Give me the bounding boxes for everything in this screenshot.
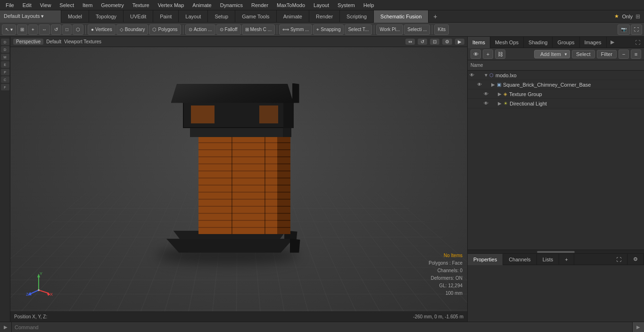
menu-geometry[interactable]: Geometry <box>97 1 127 9</box>
tab-properties[interactable]: Properties <box>468 254 503 265</box>
sidebar-icon-3[interactable]: M <box>1 54 9 60</box>
panel-link-btn[interactable]: ⛓ <box>495 49 505 59</box>
toolbar-vertices-btn[interactable]: ● Vertices <box>88 24 116 35</box>
tab-shading[interactable]: Shading <box>524 37 553 48</box>
tab-render[interactable]: Render <box>309 10 340 23</box>
tree-arrow-light[interactable]: ▶ <box>498 101 503 106</box>
tab-uvedit[interactable]: UVEdit <box>124 10 153 23</box>
menu-help[interactable]: Help <box>360 1 378 9</box>
panel-minus-btn[interactable]: − <box>619 49 629 59</box>
prop-expand-btn[interactable]: ⛶ <box>611 254 627 265</box>
toolbar-work-pl-btn[interactable]: Work Pl... <box>376 24 403 35</box>
prop-settings-btn[interactable]: ⚙ <box>627 254 644 265</box>
tab-animate[interactable]: Animate <box>277 10 309 23</box>
eye-icon-modo[interactable]: 👁 <box>470 73 477 78</box>
menu-item[interactable]: Item <box>79 1 96 9</box>
menu-select[interactable]: Select <box>56 1 78 9</box>
tree-arrow-texture[interactable]: ▶ <box>498 91 503 97</box>
menu-texture[interactable]: Texture <box>129 1 153 9</box>
tree-row-square-brick[interactable]: 👁 ▶ ▣ Square_Brick_Chimney_Corner_Base <box>468 80 644 89</box>
tree-arrow-modo[interactable]: ▼ <box>484 73 488 78</box>
toolbar-mesh-btn[interactable]: ⊞ Mesh C ... <box>242 24 275 35</box>
tab-mesh-ops[interactable]: Mesh Ops <box>490 37 524 48</box>
tab-groups[interactable]: Groups <box>553 37 579 48</box>
menu-maxtomodo[interactable]: MaxToModo <box>273 1 309 9</box>
tab-plus[interactable]: + <box>559 254 574 265</box>
add-layout-tab-button[interactable]: + <box>429 10 442 23</box>
tab-model[interactable]: Model <box>61 10 89 23</box>
command-arrow[interactable]: ▶ <box>0 322 12 332</box>
tab-more-btn[interactable]: ▶ <box>607 38 618 47</box>
tree-row-texture-group[interactable]: 👁 ▶ ◈ Texture Group <box>468 89 644 99</box>
viewport-rotate-btn[interactable]: ↺ <box>418 39 427 45</box>
toolbar-fullscreen-btn[interactable]: ⛶ <box>631 24 642 35</box>
tab-channels[interactable]: Channels <box>503 254 537 265</box>
tab-schematic-fusion[interactable]: Schematic Fusion <box>374 10 429 23</box>
viewport-perspective-btn[interactable]: Perspective <box>13 39 43 45</box>
panel-expand-btn[interactable]: ⛶ <box>631 38 644 47</box>
viewport-settings-btn[interactable]: ⚙ <box>442 39 452 45</box>
tree-row-modo-lxo[interactable]: 👁 ▼ ⬡ modo.lxo <box>468 71 644 80</box>
panel-options-btn[interactable]: ≡ <box>631 49 641 59</box>
sidebar-icon-2[interactable]: D <box>1 46 9 53</box>
toolbar-select-btn[interactable]: ↖ ▾ <box>2 24 16 35</box>
viewport-canvas[interactable]: Y X Z No Items Polygons : Face Channe <box>10 47 467 311</box>
maximize-icon[interactable]: ⊞ <box>636 13 640 20</box>
tab-layout[interactable]: Layout <box>179 10 208 23</box>
menu-view[interactable]: View <box>36 1 55 9</box>
filter-button[interactable]: Filter <box>597 50 617 58</box>
menu-vertex-map[interactable]: Vertex Map <box>154 1 188 9</box>
scrollbar-thumb[interactable] <box>537 251 575 253</box>
tree-row-dir-light[interactable]: 👁 ▶ ☀ Directional Light <box>468 99 644 108</box>
toolbar-falloff-btn[interactable]: ⊙ Falloff <box>216 24 241 35</box>
tab-setup[interactable]: Setup <box>208 10 235 23</box>
select-button[interactable]: Select <box>572 50 595 58</box>
viewport-fit-btn[interactable]: ⊡ <box>430 39 439 45</box>
menu-render[interactable]: Render <box>248 1 272 9</box>
toolbar-select-t-btn[interactable]: Select T... <box>345 24 372 35</box>
tab-scripting[interactable]: Scripting <box>340 10 374 23</box>
toolbar-camera-btn[interactable]: 📷 <box>618 24 630 35</box>
eye-icon-light[interactable]: 👁 <box>484 101 491 106</box>
viewport-icons-btn[interactable]: ⇔ <box>405 39 415 45</box>
panel-visibility-toggle[interactable]: 👁 <box>471 49 481 59</box>
sidebar-icon-7[interactable]: F <box>1 84 9 90</box>
sidebar-icon-6[interactable]: C <box>1 76 9 83</box>
toolbar-kits-btn[interactable]: Kits <box>434 24 449 35</box>
tab-topology[interactable]: Topology <box>89 10 124 23</box>
menu-edit[interactable]: Edit <box>19 1 35 9</box>
toolbar-move-btn[interactable]: ↔ <box>39 24 50 35</box>
toolbar-snapping-btn[interactable]: ⌖ Snapping <box>313 24 344 35</box>
add-item-button[interactable]: Add Item <box>534 50 570 58</box>
menu-file[interactable]: File <box>2 1 18 9</box>
sidebar-icon-1[interactable]: D <box>1 39 9 45</box>
tab-images[interactable]: Images <box>580 37 607 48</box>
toolbar-grid-btn[interactable]: ⊞ <box>17 24 27 35</box>
panel-scrollbar[interactable] <box>468 250 644 253</box>
toolbar-symm-btn[interactable]: ⟺ Symm ... <box>279 24 312 35</box>
toolbar-shield-btn[interactable]: ⬡ <box>73 24 83 35</box>
panel-add-btn[interactable]: + <box>483 49 493 59</box>
layout-dropdown[interactable]: Default Layouts ▾ <box>0 10 61 23</box>
sidebar-icon-5[interactable]: P <box>1 69 9 75</box>
tab-game-tools[interactable]: Game Tools <box>235 10 277 23</box>
menu-animate[interactable]: Animate <box>189 1 215 9</box>
toolbar-box-btn[interactable]: □ <box>62 24 72 35</box>
toolbar-selecti-btn[interactable]: Selecti ... <box>404 24 430 35</box>
tab-items[interactable]: Items <box>468 37 490 48</box>
command-input-field[interactable] <box>12 322 632 332</box>
toolbar-snap-btn[interactable]: ⌖ <box>28 24 38 35</box>
toolbar-rotate-btn[interactable]: ↺ <box>51 24 61 35</box>
sidebar-icon-4[interactable]: E <box>1 61 9 68</box>
toolbar-boundary-btn[interactable]: ◇ Boundary <box>116 24 149 35</box>
eye-icon-texture[interactable]: 👁 <box>484 91 491 97</box>
command-execute-btn[interactable]: ▶ <box>632 322 644 332</box>
menu-layout[interactable]: Layout <box>310 1 333 9</box>
tab-paint[interactable]: Paint <box>153 10 179 23</box>
tab-lists[interactable]: Lists <box>537 254 560 265</box>
viewport[interactable]: Perspective Default Viewport Textures ⇔ … <box>10 37 467 322</box>
menu-system[interactable]: System <box>334 1 359 9</box>
tree-arrow-brick[interactable]: ▶ <box>491 82 496 87</box>
toolbar-action-btn[interactable]: ⊙ Action ... <box>185 24 215 35</box>
toolbar-polygons-btn[interactable]: ⬡ Polygons <box>149 24 181 35</box>
